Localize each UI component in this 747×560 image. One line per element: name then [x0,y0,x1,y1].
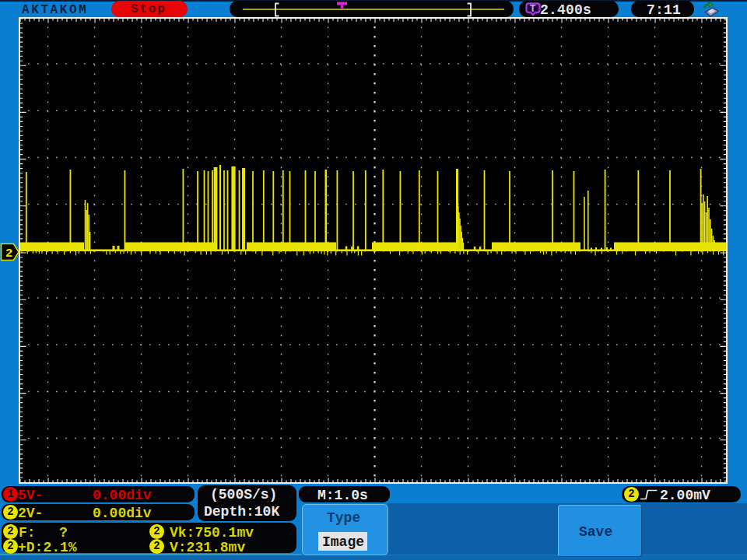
svg-text:2: 2 [5,247,12,261]
